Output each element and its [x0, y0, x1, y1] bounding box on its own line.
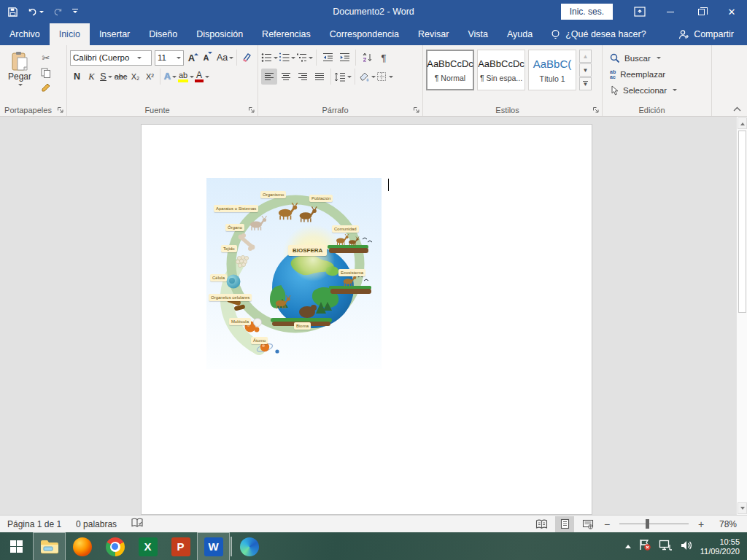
superscript-button[interactable]: X²: [143, 69, 157, 85]
tell-me-box[interactable]: ¿Qué desea hacer?: [542, 23, 655, 45]
show-paragraph-marks-button[interactable]: ¶: [376, 50, 392, 66]
bullets-button[interactable]: [261, 50, 278, 66]
cut-button[interactable]: ✂: [41, 52, 51, 63]
align-left-button[interactable]: [261, 69, 277, 85]
hidden-icons-chevron[interactable]: [625, 542, 631, 548]
taskbar-file-explorer[interactable]: [33, 532, 66, 560]
align-center-button[interactable]: [278, 69, 294, 85]
justify-button[interactable]: [311, 69, 328, 85]
scroll-down-button[interactable]: [738, 502, 747, 514]
underline-button[interactable]: S: [99, 69, 113, 85]
grow-font-button[interactable]: A: [185, 50, 198, 66]
decrease-indent-button[interactable]: [320, 50, 336, 66]
read-mode-button[interactable]: [532, 516, 551, 532]
zoom-slider[interactable]: [619, 524, 689, 524]
subscript-button[interactable]: X₂: [128, 69, 142, 85]
format-painter-button[interactable]: [41, 82, 51, 93]
estilos-dialog-launcher[interactable]: [592, 106, 600, 114]
paste-dropdown-caret[interactable]: [18, 84, 23, 88]
numbering-button[interactable]: [279, 50, 295, 66]
zoom-slider-thumb[interactable]: [646, 519, 649, 529]
style-normal[interactable]: AaBbCcDc ¶ Normal: [426, 50, 474, 90]
highlight-color-button[interactable]: ab: [178, 69, 194, 85]
text-effects-button[interactable]: A: [163, 69, 177, 85]
font-size-combo[interactable]: 11: [155, 50, 184, 66]
tab-revisar[interactable]: Revisar: [409, 23, 458, 45]
tab-insertar[interactable]: Insertar: [90, 23, 139, 45]
parrafo-dialog-launcher[interactable]: [412, 106, 420, 114]
close-button[interactable]: ✕: [716, 0, 747, 23]
start-button[interactable]: [0, 532, 33, 560]
change-case-button[interactable]: Aa: [217, 50, 233, 66]
paste-button[interactable]: Pegar: [3, 48, 36, 103]
line-spacing-button[interactable]: [334, 69, 352, 85]
taskbar-clock[interactable]: 10:55 11/09/2020: [700, 537, 740, 556]
tab-disposicion[interactable]: Disposición: [187, 23, 252, 45]
web-layout-button[interactable]: [578, 516, 597, 532]
taskbar-edge[interactable]: [233, 532, 266, 560]
restore-button[interactable]: [686, 0, 716, 23]
tab-correspondencia[interactable]: Correspondencia: [320, 23, 409, 45]
customize-quick-access-button[interactable]: [72, 9, 78, 15]
tab-vista[interactable]: Vista: [458, 23, 498, 45]
vertical-scrollbar[interactable]: [736, 117, 747, 515]
portapapeles-dialog-launcher[interactable]: [56, 106, 64, 114]
copy-button[interactable]: [41, 68, 51, 78]
ribbon-display-options-button[interactable]: [624, 0, 655, 23]
shrink-font-button[interactable]: A: [199, 50, 213, 66]
sign-in-button[interactable]: Inic. ses.: [561, 4, 613, 20]
zoom-out-button[interactable]: −: [602, 518, 612, 530]
style-titulo-1[interactable]: AaBbC( Título 1: [528, 50, 576, 90]
proofing-status-icon[interactable]: [131, 518, 143, 530]
find-button[interactable]: Buscar: [610, 50, 708, 66]
tab-diseno[interactable]: Diseño: [139, 23, 187, 45]
taskbar-firefox[interactable]: [66, 532, 98, 560]
tab-inicio[interactable]: Inicio: [50, 23, 90, 45]
scrollbar-thumb[interactable]: [738, 131, 746, 313]
borders-button[interactable]: [376, 69, 393, 85]
network-icon[interactable]: [659, 540, 673, 554]
clear-formatting-button[interactable]: [240, 50, 254, 66]
biosphere-diagram-image[interactable]: Organismo Población Aparatos o Sistemas …: [206, 178, 382, 369]
shading-button[interactable]: [358, 69, 376, 85]
taskbar-excel[interactable]: X: [131, 532, 164, 560]
align-right-button[interactable]: [295, 69, 311, 85]
print-layout-button[interactable]: [555, 516, 574, 532]
fuente-dialog-launcher[interactable]: [247, 106, 255, 114]
increase-indent-button[interactable]: [336, 50, 352, 66]
style-sin-espaciado[interactable]: AaBbCcDc ¶ Sin espa...: [477, 50, 525, 90]
sort-button[interactable]: [359, 50, 375, 66]
strikethrough-button[interactable]: abc: [114, 69, 128, 85]
font-size-value: 11: [158, 53, 175, 62]
save-icon[interactable]: [7, 7, 18, 18]
tab-archivo[interactable]: Archivo: [0, 23, 50, 45]
undo-dropdown-caret[interactable]: [39, 11, 44, 15]
zoom-percentage[interactable]: 78%: [711, 519, 737, 529]
styles-gallery-more-button[interactable]: ▼: [579, 77, 592, 90]
styles-scroll-up-button[interactable]: ▲: [579, 50, 592, 63]
undo-button[interactable]: [27, 7, 44, 18]
minimize-button[interactable]: [655, 0, 686, 23]
share-button[interactable]: Compartir: [678, 23, 747, 45]
styles-scroll-down-button[interactable]: ▼: [579, 63, 592, 77]
volume-icon[interactable]: [680, 540, 693, 554]
replace-button[interactable]: abac Reemplazar: [610, 66, 708, 82]
collapse-ribbon-button[interactable]: [731, 104, 743, 113]
select-button[interactable]: Seleccionar: [610, 82, 708, 98]
font-color-button[interactable]: A: [195, 69, 209, 85]
word-count-status[interactable]: 0 palabras: [76, 519, 117, 529]
tab-ayuda[interactable]: Ayuda: [498, 23, 542, 45]
italic-button[interactable]: K: [85, 69, 98, 85]
taskbar-chrome[interactable]: [98, 532, 131, 560]
action-center-flag-icon[interactable]: [638, 539, 651, 554]
multilevel-list-button[interactable]: [296, 50, 313, 66]
page-count-status[interactable]: Página 1 de 1: [7, 519, 61, 529]
font-name-combo[interactable]: Calibri (Cuerpo: [70, 50, 152, 66]
scroll-up-button[interactable]: [738, 117, 747, 129]
document-page[interactable]: Organismo Población Aparatos o Sistemas …: [141, 124, 592, 515]
taskbar-powerpoint[interactable]: P: [164, 532, 197, 560]
bold-button[interactable]: N: [70, 69, 84, 85]
tab-referencias[interactable]: Referencias: [252, 23, 320, 45]
zoom-in-button[interactable]: +: [696, 518, 706, 530]
taskbar-word[interactable]: W: [197, 532, 230, 560]
